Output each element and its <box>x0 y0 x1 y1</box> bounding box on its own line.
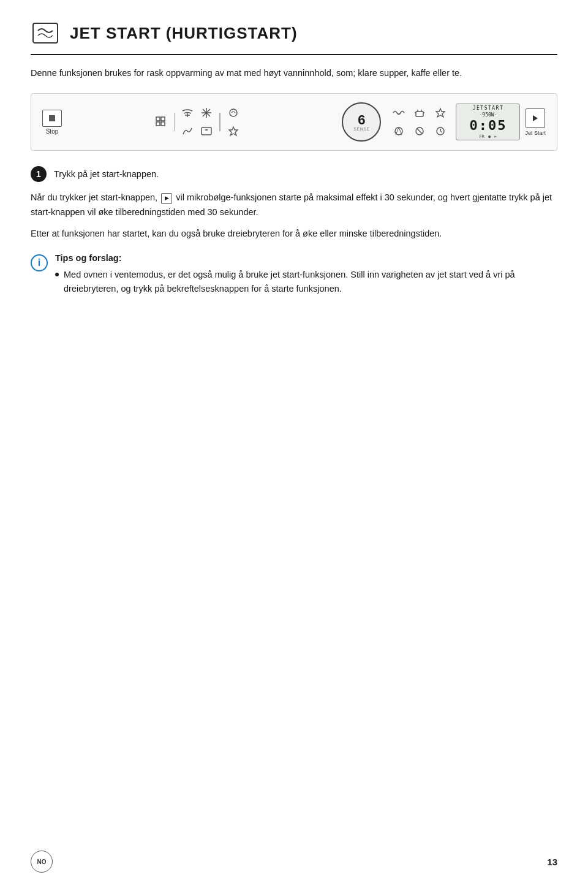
page-title: JET START (HURTIGSTART) <box>70 24 298 43</box>
svg-marker-29 <box>533 115 538 121</box>
step-1-text: Trykk på jet start-knappen. <box>54 165 159 181</box>
svg-marker-14 <box>229 127 238 135</box>
lcd-arrow: ► <box>494 134 497 139</box>
svg-rect-0 <box>33 23 58 43</box>
pot-icon <box>412 105 428 121</box>
tips-title: Tips og forslag: <box>55 253 557 263</box>
tips-box: i Tips og forslag: Med ovnen i ventemodu… <box>31 253 557 301</box>
microwave-icon <box>179 123 195 139</box>
convection-icon <box>198 123 214 139</box>
pizza-icon <box>391 123 407 139</box>
info-icon: i <box>31 254 48 271</box>
svg-rect-4 <box>156 122 160 126</box>
tips-content: Tips og forslag: Med ovnen i ventemodus,… <box>55 253 557 301</box>
lcd-display: JETSTART -950W- 0:05 FR ● ► <box>456 104 520 140</box>
svg-rect-3 <box>161 117 165 121</box>
cook-icons <box>179 105 214 139</box>
jet-play-icon <box>526 108 545 128</box>
svg-rect-5 <box>161 122 165 126</box>
body-paragraph-2: Etter at funksjonen har startet, kan du … <box>31 227 557 241</box>
right-icons-row-1 <box>391 105 448 121</box>
step-1-number: 1 <box>31 166 47 182</box>
page-header: JET START (HURTIGSTART) <box>31 18 557 55</box>
bullet-dot-1 <box>55 273 59 276</box>
lcd-watt: -950W- <box>480 112 497 118</box>
cancel-icon <box>412 123 428 139</box>
svg-rect-15 <box>416 112 423 116</box>
eco-icon <box>225 105 241 121</box>
bullet-text-1: Med ovnen i ventemodus, er det også muli… <box>64 268 557 296</box>
svg-rect-2 <box>156 117 160 121</box>
body-paragraph-1: Når du trykker jet start-knappen, ▶ vil … <box>31 191 557 219</box>
inline-play-icon: ▶ <box>161 193 172 204</box>
country-badge: NO <box>31 851 53 873</box>
grid-icon <box>153 114 169 130</box>
page-footer: NO 13 <box>0 851 588 873</box>
panel-middle-icons <box>62 105 332 139</box>
svg-line-25 <box>417 129 422 134</box>
stop-button-rect <box>42 110 62 127</box>
lcd-time: 0:05 <box>469 118 507 133</box>
snowflake-icon <box>198 105 214 121</box>
intro-text: Denne funksjonen brukes for rask oppvarm… <box>31 66 557 80</box>
control-panel: Stop <box>31 93 557 151</box>
divider-1 <box>174 113 175 131</box>
step-1-row: 1 Trykk på jet start-knappen. <box>31 165 557 182</box>
stop-label: Stop <box>46 128 59 135</box>
dial-text: SENSE <box>353 127 369 131</box>
wave-icon <box>391 105 407 121</box>
svg-rect-1 <box>49 115 55 121</box>
extra-icons <box>225 105 241 139</box>
header-icon <box>31 18 60 48</box>
right-icons-row-2 <box>391 123 448 139</box>
lcd-bottom: FR ● ► <box>480 134 497 139</box>
jet-start-label: Jet Start <box>525 130 546 136</box>
sensor-dial: 6 SENSE <box>342 102 381 142</box>
lcd-fr: FR <box>480 134 484 139</box>
lcd-circle: ● <box>488 134 491 139</box>
divider-2 <box>219 113 221 131</box>
grill-icon <box>179 105 195 121</box>
panel-right-icons <box>391 105 448 139</box>
star2-icon <box>432 105 448 121</box>
svg-rect-12 <box>202 127 211 135</box>
lcd-title: JETSTART <box>473 105 504 111</box>
svg-marker-20 <box>436 108 445 117</box>
page-number: 13 <box>547 857 557 867</box>
dial-number: 6 <box>358 113 365 127</box>
star-icon <box>225 123 241 139</box>
svg-line-28 <box>440 131 442 132</box>
svg-point-13 <box>230 109 237 116</box>
jet-start-button: Jet Start <box>525 108 546 136</box>
bullet-item-1: Med ovnen i ventemodus, er det også muli… <box>55 268 557 296</box>
clock-icon <box>432 123 448 139</box>
stop-button-area: Stop <box>42 110 62 135</box>
